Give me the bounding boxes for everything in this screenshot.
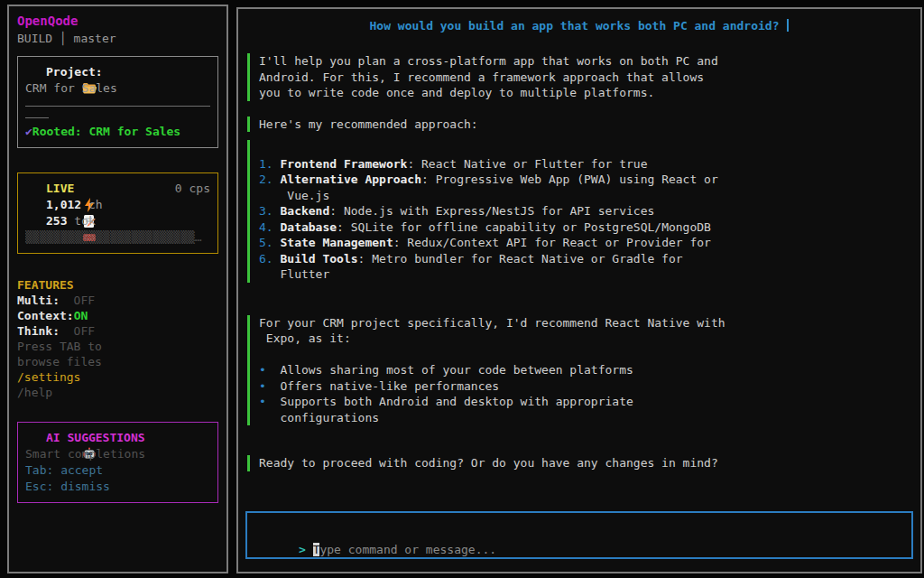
live-stats-box: LIVE 0 cps 1,012 ch 253 tok ▒▒▒▒▒▒▒▒▒▒▒▒… [17,172,218,254]
message-text: State Management [280,236,393,249]
prompt-icon: > [299,543,313,556]
list-marker: 2. [259,172,280,186]
message-block-3: For your CRM project specifically, I'd r… [247,315,911,426]
message-text: : Node.js with Express/NestJS for API se… [329,204,654,218]
message-text: Allows sharing most of your code between… [266,363,633,377]
message-block-2: 1. Frontend Framework: React Native or F… [247,140,911,283]
feature-label: Context: [17,309,74,322]
message-line [259,347,911,363]
list-marker: 5. [259,236,280,249]
project-name: CRM for Sales [25,80,117,97]
message-line: 1. Frontend Framework: React Native or F… [259,156,911,172]
command-input[interactable]: > Type command or message... [245,511,913,559]
message-text: Ready to proceed with coding? Or do you … [259,456,718,470]
cps-counter: 0 cps [175,181,210,197]
message-line: you to write code once and deploy to mul… [259,85,911,101]
list-marker: • [259,363,266,377]
live-label: LIVE [46,181,74,197]
feature-toggle-multi[interactable]: Multi: OFF [17,293,218,308]
project-box: Project: CRM for Sales ✔Rooted: CRM for … [17,56,218,148]
message-text: Offers native-like performances [266,379,499,393]
command-settings[interactable]: /settings [17,369,218,385]
tokens-unit: tok [67,213,95,229]
message-line: 2. Alternative Approach: Progressive Web… [259,172,911,188]
list-marker: 6. [259,252,280,266]
message-text: : Progressive Web App (PWA) using React … [421,172,718,186]
message-line [259,140,911,156]
message-line: • Allows sharing most of your code betwe… [259,362,911,378]
message-line: 3. Backend: Node.js with Express/NestJS … [259,203,911,219]
sidebar: OpenQode BUILD │ master Project: CRM for… [7,5,228,573]
message-text: For your CRM project specifically, I'd r… [259,316,725,330]
command-help[interactable]: /help [17,385,218,400]
message-text: Vue.js [259,189,329,202]
divider-short [25,117,49,118]
lightning-icon [25,182,40,196]
message-line: I'll help you plan a cross-platform app … [259,53,911,70]
message-line: Flutter [259,266,911,283]
message-text: Frontend Framework [280,157,407,171]
feature-label: Multi: [17,294,60,307]
list-marker: • [259,379,266,393]
robot-icon [25,431,40,445]
message-line: Expo, as it: [259,331,911,347]
message-text: Here's my recommended approach: [259,117,478,131]
hint-line-0: Press TAB to [17,339,218,354]
message-text: : SQLite for offline capability or Postg… [337,220,711,234]
app-title: OpenQode [17,13,218,30]
folder-icon [25,65,40,79]
project-label: Project: [46,64,103,80]
list-marker: 3. [259,204,280,218]
ai-suggestions-subtitle: Smart completions [25,446,210,462]
assistant-message: I'll help you plan a cross-platform app … [247,53,911,471]
message-line: 6. Build Tools: Metro bundler for React … [259,251,911,267]
shortcut-esc: Esc: dismiss [25,479,210,495]
message-text: Expo, as it: [259,331,351,345]
message-line: configurations [259,410,911,426]
list-marker: • [259,395,266,408]
feature-hints: Press TAB tobrowse files [17,339,218,369]
feature-label: Think: [17,324,60,338]
message-text: configurations [259,411,379,424]
message-block-4: Ready to proceed with coding? Or do you … [247,455,911,471]
features-section: FEATURES Multi: OFFContext:ONThink: OFF … [17,277,218,400]
project-rooted-status: Rooted: CRM for Sales [32,124,180,140]
message-text: : Metro bundler for React Native or Grad… [358,252,683,266]
message-text: Supports both Android and desktop with a… [266,395,633,408]
message-line: • Supports both Android and desktop with… [259,394,911,410]
shortcut-tab: Tab: accept [25,462,210,479]
message-line: Here's my recommended approach: [259,117,911,133]
message-line: Vue.js [259,188,911,204]
feature-commands: /settings/help [17,369,218,400]
message-block-1: Here's my recommended approach: [247,117,911,133]
message-text: I'll help you plan a cross-platform app … [259,54,718,68]
ai-shortcuts: Tab: acceptEsc: dismiss [25,462,210,495]
user-question-text: How would you build an app that works bo… [370,19,780,33]
message-text: : React Native or Flutter for true [407,157,647,171]
text-cursor [787,19,789,32]
input-placeholder: ype command or message... [319,543,496,556]
feature-value: OFF [60,324,95,338]
message-line: 5. State Management: Redux/Context API f… [259,235,911,251]
feature-toggle-context[interactable]: Context:ON [17,308,218,323]
message-line: 4. Database: SQLite for offline capabili… [259,219,911,236]
message-text: Android. For this, I recommend a framewo… [259,70,704,84]
check-icon: ✔ [25,124,32,140]
message-line: Ready to proceed with coding? Or do you … [259,455,911,471]
message-text: Alternative Approach [280,172,421,186]
chars-unit: ch [81,197,102,213]
memo-icon [25,198,40,212]
ticket-icon [25,214,40,228]
chat-panel: How would you build an app that works bo… [236,7,922,573]
build-branch-label: BUILD │ master [17,30,218,47]
feature-toggle-think[interactable]: Think: OFF [17,323,218,339]
feature-toggles: Multi: OFFContext:ONThink: OFF [17,293,218,339]
message-block-0: I'll help you plan a cross-platform app … [247,53,911,101]
message-text: : Redux/Context API for React or Provide… [393,236,711,249]
message-text: Database [280,220,337,234]
list-marker: 1. [259,157,280,171]
message-text: Build Tools [280,252,357,266]
user-question: How would you build an app that works bo… [247,18,911,34]
tokens-value: 253 [46,213,67,229]
chars-value: 1,012 [46,197,81,213]
